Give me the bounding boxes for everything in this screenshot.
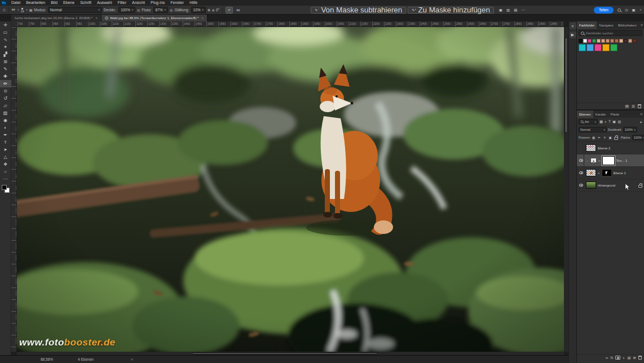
color-swatch[interactable] bbox=[597, 39, 601, 43]
menu-fenster[interactable]: Fenster bbox=[167, 0, 187, 6]
workspace-switcher-icon[interactable]: ▣ bbox=[632, 8, 636, 12]
hand-tool[interactable]: ❖ bbox=[0, 161, 11, 168]
zoom-level-field[interactable]: 88,58% bbox=[41, 357, 53, 361]
tab-ebenen[interactable]: Ebenen bbox=[577, 110, 593, 118]
brush-angle-icon[interactable]: ∆ bbox=[212, 7, 214, 13]
lock-all-icon[interactable] bbox=[614, 137, 618, 140]
foreground-color-swatch[interactable] bbox=[2, 185, 7, 190]
gear-icon[interactable]: ⚙ bbox=[208, 7, 210, 13]
lock-artboard-icon[interactable]: ▣ bbox=[608, 136, 612, 139]
layer-filter-select[interactable]: Art ▾ bbox=[579, 119, 598, 125]
panel-menu-icon[interactable]: ≡ bbox=[638, 110, 644, 118]
layer-style-icon[interactable]: fx bbox=[610, 356, 613, 360]
pressure-opacity-icon[interactable]: ◎ bbox=[170, 7, 173, 13]
link-layers-icon[interactable]: ∞ bbox=[606, 356, 608, 360]
filter-shape-layers-icon[interactable]: ▣ bbox=[612, 119, 616, 124]
visibility-toggle[interactable] bbox=[579, 167, 584, 179]
export-icon[interactable]: ▥ bbox=[506, 8, 510, 12]
delete-swatch-icon[interactable] bbox=[638, 104, 641, 108]
marquee-tool[interactable]: ▭ bbox=[0, 29, 11, 36]
device-preview-icon[interactable]: ▤ bbox=[514, 8, 517, 12]
color-swatch[interactable] bbox=[579, 39, 583, 43]
menu-auswahl[interactable]: Auswahl bbox=[94, 0, 114, 6]
shape-tool[interactable]: △ bbox=[0, 153, 11, 161]
dodge-tool[interactable]: ◐ bbox=[0, 124, 11, 131]
blur-tool[interactable]: ◉ bbox=[0, 117, 11, 124]
edit-toolbar[interactable]: ⋯ bbox=[0, 175, 11, 183]
color-swatch[interactable] bbox=[602, 44, 610, 51]
healing-brush-tool[interactable]: ✚ bbox=[0, 73, 11, 80]
menu-ebene[interactable]: Ebene bbox=[60, 0, 77, 6]
canvas-area[interactable]: www.fotobooster.de bbox=[17, 27, 564, 352]
menu-filter[interactable]: Filter bbox=[114, 0, 129, 6]
mask-link-icon[interactable]: ∞ bbox=[598, 159, 601, 162]
document-tab-wald[interactable]: Wald.jpg bei 88,6% (Tonwertkorrektur 1, … bbox=[102, 15, 208, 21]
vertical-scrollbar[interactable] bbox=[564, 27, 568, 352]
color-swatch[interactable] bbox=[579, 44, 586, 51]
visibility-toggle[interactable] bbox=[579, 179, 584, 191]
tab-farbfelder[interactable]: Farbfelder bbox=[577, 21, 597, 29]
swatch-search-field[interactable]: Farbfelder suchen bbox=[579, 30, 642, 36]
properties-panel-icon[interactable]: ▶ bbox=[570, 32, 576, 38]
close-icon[interactable]: × bbox=[201, 16, 204, 20]
new-group-icon[interactable]: ▤ bbox=[625, 104, 629, 109]
tab-kanaele[interactable]: Kanäle bbox=[593, 110, 608, 118]
add-mask-icon[interactable] bbox=[615, 356, 620, 360]
color-swatch[interactable] bbox=[601, 39, 605, 43]
flow-select[interactable]: 87% ▾ bbox=[153, 7, 168, 13]
filter-adjustment-layers-icon[interactable]: ◐ bbox=[604, 119, 607, 124]
layer-thumbnail[interactable] bbox=[586, 182, 596, 189]
brush-tool[interactable]: ✏ bbox=[0, 80, 11, 87]
layer-blend-mode-select[interactable]: Normal ▾ bbox=[579, 127, 607, 132]
color-swatch[interactable] bbox=[588, 39, 592, 43]
close-icon[interactable]: × bbox=[95, 16, 98, 20]
chevron-down-icon[interactable]: ▾ bbox=[26, 8, 27, 11]
layer-fill-select[interactable]: 100% ▾ bbox=[632, 135, 644, 140]
crop-tool[interactable]: ▞ bbox=[0, 51, 11, 58]
add-to-mask-button[interactable]: ✎⁺ Zu Maske hinzufügen bbox=[408, 7, 494, 14]
menu-ansicht[interactable]: Ansicht bbox=[129, 0, 148, 6]
color-swatch[interactable] bbox=[592, 39, 596, 43]
adjustment-layer-icon[interactable]: ◐ bbox=[623, 356, 625, 360]
tab-navigator[interactable]: Navigator bbox=[597, 21, 616, 29]
pen-tool[interactable]: ✒ bbox=[0, 131, 11, 139]
smoothing-select[interactable]: 10% ▾ bbox=[191, 7, 206, 13]
tab-pfade[interactable]: Pfade bbox=[608, 110, 621, 118]
status-chevron-icon[interactable]: > bbox=[131, 357, 133, 361]
menu-hilfe[interactable]: Hilfe bbox=[187, 0, 200, 6]
color-swatch[interactable] bbox=[615, 39, 619, 43]
mask-link-icon[interactable]: ∞ bbox=[598, 171, 600, 175]
delete-layer-icon[interactable] bbox=[638, 356, 642, 360]
clipboard-icon[interactable]: ▣ bbox=[499, 8, 502, 12]
frame-tool[interactable]: ⊞ bbox=[0, 58, 11, 65]
menu-datei[interactable]: Datei bbox=[8, 0, 23, 6]
opacity-select[interactable]: 100% ▾ bbox=[118, 7, 135, 13]
new-group-icon[interactable]: ▤ bbox=[627, 356, 630, 360]
symmetry-toggle[interactable]: ⋈ bbox=[235, 7, 242, 14]
color-swatch[interactable] bbox=[586, 44, 594, 51]
visibility-toggle[interactable] bbox=[579, 154, 584, 166]
new-swatch-icon[interactable]: ⊞ bbox=[632, 104, 635, 109]
tab-bibliotheken[interactable]: Bibliotheken bbox=[616, 21, 639, 29]
forest-fox-image[interactable] bbox=[17, 27, 564, 352]
filter-type-layers-icon[interactable]: T bbox=[608, 119, 611, 124]
share-button[interactable]: Teilen bbox=[594, 7, 614, 14]
more-options-icon[interactable]: ⋯ bbox=[521, 8, 525, 12]
new-layer-icon[interactable]: ⊞ bbox=[633, 356, 636, 360]
expand-panels-icon[interactable]: « bbox=[570, 23, 576, 29]
levels-adjustment-icon[interactable]: ▲ bbox=[590, 158, 597, 163]
document-tab-fuchs[interactable]: fuchs-Verbessert.abg bei 26,6% (Ebene 2,… bbox=[11, 15, 102, 21]
help-icon[interactable]: ◷ bbox=[625, 8, 628, 12]
photoshop-logo-icon[interactable]: Ps bbox=[1, 1, 7, 6]
lasso-tool[interactable]: ∿ bbox=[0, 36, 11, 43]
color-swatch[interactable] bbox=[594, 44, 602, 51]
path-selection-tool[interactable]: ➤ bbox=[0, 146, 11, 153]
panel-menu-icon[interactable]: ≡ bbox=[639, 21, 644, 29]
type-tool[interactable]: T bbox=[0, 139, 11, 146]
layer-row[interactable]: Hintergrund bbox=[577, 179, 644, 192]
color-swatch[interactable] bbox=[619, 39, 623, 43]
object-selection-tool[interactable]: ✶ bbox=[0, 43, 11, 51]
lock-position-icon[interactable]: ✛ bbox=[603, 136, 607, 139]
menu-plugins[interactable]: Plug-ins bbox=[148, 0, 167, 6]
layer-mask-thumbnail[interactable] bbox=[602, 156, 615, 165]
